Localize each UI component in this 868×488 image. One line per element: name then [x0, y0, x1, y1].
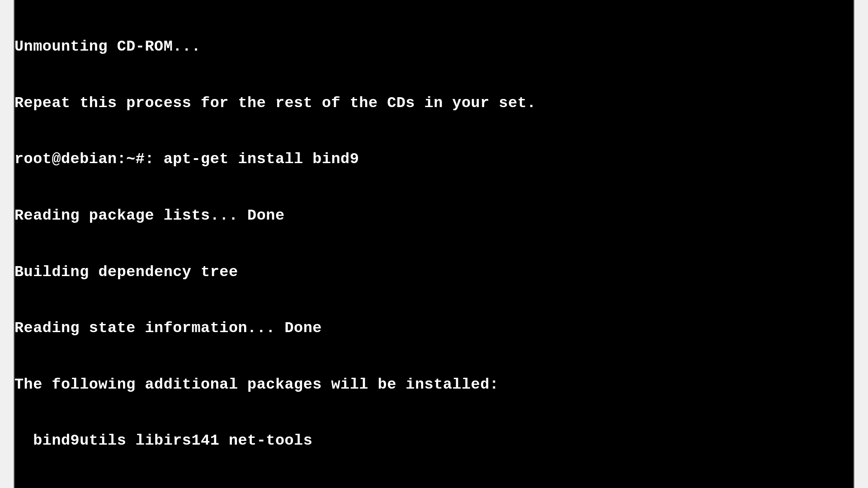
terminal-line-command: root@debian:~#: apt-get install bind9 — [14, 150, 854, 169]
terminal-line: bind9utils libirs141 net-tools — [14, 432, 854, 450]
terminal-line: Repeat this process for the rest of the … — [14, 94, 854, 113]
terminal-line: The following additional packages will b… — [14, 375, 854, 394]
terminal-line: Unmounting CD-ROM... — [14, 38, 854, 56]
terminal-window: 714-11:11' This disc is called: 'Debian … — [14, 0, 854, 488]
terminal-line: Reading state information... Done — [14, 319, 854, 338]
terminal-line: Reading package lists... Done — [14, 206, 854, 225]
terminal-line: Building dependency tree — [14, 263, 854, 282]
terminal-output[interactable]: 714-11:11' This disc is called: 'Debian … — [14, 0, 854, 488]
